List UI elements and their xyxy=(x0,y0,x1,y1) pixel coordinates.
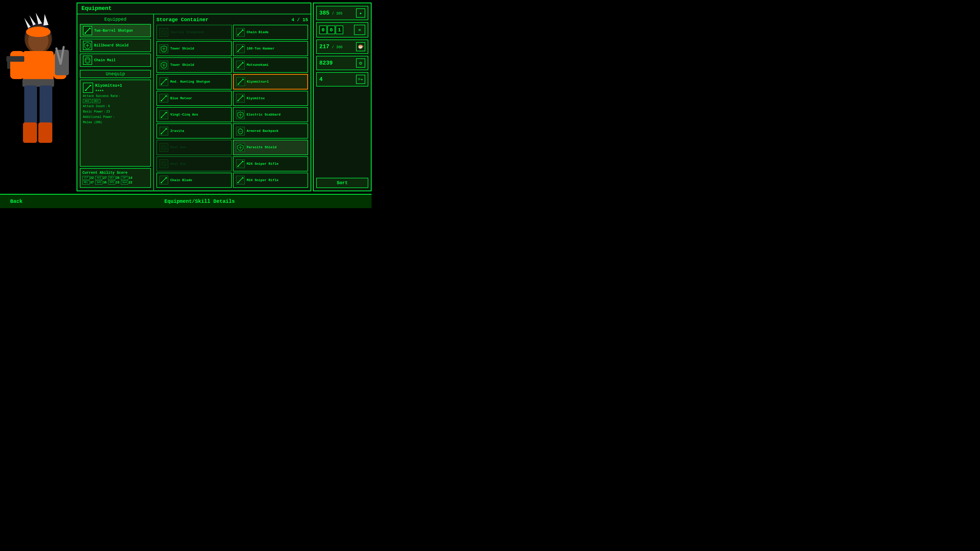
svg-rect-95 xyxy=(237,182,239,183)
storage-item-13[interactable]: Armored Backpack xyxy=(233,124,308,138)
storage-item-19[interactable]: M24 Sniper Rifle xyxy=(233,173,308,188)
ability-score-section: Current Ability Score VIT22AGI27DEX35INT… xyxy=(80,168,151,188)
storage-item-4[interactable]: Tower Shield xyxy=(156,57,232,73)
item-name-1: Chain Blade xyxy=(247,30,269,34)
sort-button[interactable]: Sort xyxy=(316,178,368,188)
svg-line-76 xyxy=(162,131,164,132)
equipped-slot-2[interactable]: Chain Mail xyxy=(80,54,151,67)
item-name-7: Kiyomitsu+1 xyxy=(247,80,269,84)
storage-item-17[interactable]: M24 Sniper Rifle xyxy=(233,156,308,171)
storage-item-8[interactable]: Blue Meteor xyxy=(156,91,232,106)
storage-count: 4 / 15 xyxy=(291,17,308,22)
counter-digit-0: 0 xyxy=(319,25,327,34)
svg-line-22 xyxy=(85,28,90,33)
storage-item-3[interactable]: 100-Ton Hammer xyxy=(233,41,308,56)
additional-power-label: Additional Power： xyxy=(83,115,148,119)
item-name-17: M24 Sniper Rifle xyxy=(247,162,279,166)
svg-rect-14 xyxy=(38,122,52,143)
ability-row-2: MEL37SHO36OPE15GUA22 xyxy=(83,181,148,184)
item-icon-0 xyxy=(159,28,168,37)
right-sidebar: 385 / 385 ✦ 0 0 1 ⊞ 217 / 300 🐡 8239 ⚙ 4… xyxy=(313,3,372,191)
svg-point-28 xyxy=(86,58,89,62)
storage-item-11[interactable]: Electric Scabbard xyxy=(233,107,308,122)
melee-label: Melee（20%） xyxy=(83,120,148,124)
details-button[interactable]: Equipment/Skill Details xyxy=(38,198,361,204)
back-button[interactable]: Back xyxy=(10,198,22,204)
item-icon-3 xyxy=(236,44,245,53)
svg-line-80 xyxy=(162,146,165,149)
item-name-11: Electric Scabbard xyxy=(247,113,281,117)
attack-count-label: Attack Count：6 xyxy=(83,104,148,108)
item-icon-18 xyxy=(159,176,168,184)
storage-item-18[interactable]: Chain Blade xyxy=(156,173,232,188)
storage-item-10[interactable]: Vingt-Cinq Ans xyxy=(156,107,232,122)
svg-line-96 xyxy=(239,180,241,181)
basic-power-label: Basic Power：23 xyxy=(83,110,148,114)
slot-icon-1 xyxy=(83,41,92,50)
unequip-button[interactable]: Unequip xyxy=(80,70,151,78)
storage-item-2[interactable]: Tower Shield xyxy=(156,41,232,56)
storage-item-5[interactable]: Mutsunokami xyxy=(233,57,308,73)
svg-line-34 xyxy=(162,31,165,34)
item-icon-8 xyxy=(159,94,168,103)
svg-rect-61 xyxy=(161,100,162,101)
item-name-8: Blue Meteor xyxy=(170,97,192,100)
storage-item-0[interactable]: Journey Stampbook xyxy=(156,25,232,40)
svg-rect-12 xyxy=(40,86,52,126)
item-detail-name: Kiyomitsu+1 xyxy=(95,83,122,88)
svg-rect-11 xyxy=(24,86,37,126)
storage-item-7[interactable]: Kiyomitsu+1 xyxy=(233,74,308,89)
equipped-slot-name-0: Two-Barrel Shotgun xyxy=(94,29,133,33)
item-name-3: 100-Ton Hammer xyxy=(247,47,275,51)
ability-val-7: 22 xyxy=(129,181,132,184)
storage-panel: Storage Container 4 / 15 Journey Stampbo… xyxy=(154,14,310,190)
hp-icon: ✦ xyxy=(356,8,365,17)
gold-icon: ⚙ xyxy=(356,59,365,68)
item-detail-box: Kiyomitsu+1 ★★★★ Attack Success Rate： AG… xyxy=(80,79,151,167)
ability-item-3: INT14 xyxy=(121,176,132,180)
ability-val-2: 35 xyxy=(116,176,119,180)
item-name-10: Vingt-Cinq Ans xyxy=(170,113,198,117)
character-area xyxy=(0,0,76,194)
storage-item-15[interactable]: Parasite Shield xyxy=(233,140,308,155)
slot-icon-0 xyxy=(83,26,92,35)
item-icon-17 xyxy=(236,159,245,168)
storage-item-9[interactable]: Kiyomitsu xyxy=(233,91,308,106)
equipped-slot-1[interactable]: Billboard Shield xyxy=(80,39,151,52)
svg-rect-8 xyxy=(28,28,48,33)
storage-item-16[interactable]: Heat Axe xyxy=(156,156,232,171)
svg-rect-53 xyxy=(161,84,162,85)
item-icon-12 xyxy=(159,127,168,135)
ability-val-1: 27 xyxy=(103,176,107,180)
item-name-6: Mod. Hunting Shotgun xyxy=(170,80,210,84)
stat-tags: AGI DEX xyxy=(83,99,148,103)
item-name-0: Journey Stampbook xyxy=(170,30,204,34)
item-icon-9 xyxy=(236,94,245,103)
resource2-value: 217 xyxy=(319,44,329,50)
storage-item-1[interactable]: Chain Blade xyxy=(233,25,308,40)
storage-item-6[interactable]: Mod. Hunting Shotgun xyxy=(156,74,232,89)
svg-rect-65 xyxy=(237,100,239,101)
svg-rect-18 xyxy=(7,60,10,69)
item-icon-14 xyxy=(159,143,168,152)
item-name-14: Heat Axe xyxy=(170,145,186,149)
storage-item-14[interactable]: Heat Axe xyxy=(156,140,232,155)
svg-line-50 xyxy=(239,65,241,66)
equipped-slot-0[interactable]: Two-Barrel Shotgun xyxy=(80,24,151,37)
ability-badge-4: MEL xyxy=(83,181,89,184)
counter-row: 0 0 1 ⊞ xyxy=(316,22,368,38)
item-name-19: M24 Sniper Rifle xyxy=(247,178,279,182)
svg-rect-32 xyxy=(85,90,86,91)
ability-val-3: 14 xyxy=(129,176,132,180)
counter-digit-1: 0 xyxy=(328,25,335,34)
item-icon-5 xyxy=(236,61,245,69)
svg-rect-75 xyxy=(161,133,162,134)
storage-item-12[interactable]: Iravita xyxy=(156,124,232,138)
item-icon-4 xyxy=(159,61,168,69)
hp-max: / 385 xyxy=(332,11,342,16)
ability-item-6: OPE15 xyxy=(108,181,119,184)
equipped-title: Equipped xyxy=(80,17,151,22)
ability-badge-3: INT xyxy=(121,176,128,180)
agi-tag: AGI xyxy=(83,99,91,103)
ability-badge-6: OPE xyxy=(108,181,115,184)
